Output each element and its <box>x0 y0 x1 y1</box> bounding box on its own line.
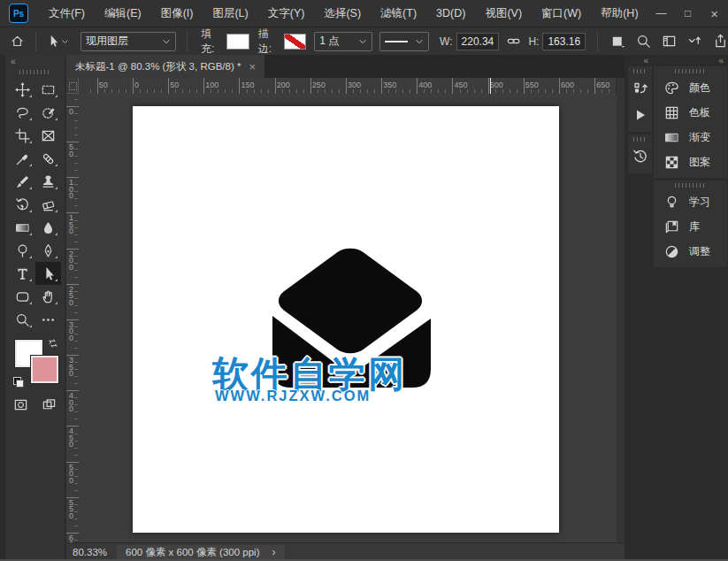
panel-tab-history[interactable] <box>628 143 652 170</box>
tool-preset-dropdown[interactable]: 现用图层 <box>80 32 176 51</box>
workspace-switcher-icon[interactable] <box>662 34 677 49</box>
minimize-button[interactable]: — <box>648 3 675 24</box>
toolbar-dock: « <box>0 55 66 559</box>
pen-tool-button[interactable] <box>35 239 61 262</box>
menubar-item-10[interactable]: 帮助(H) <box>591 0 648 27</box>
panel-tab-actions[interactable] <box>628 102 652 128</box>
stroke-width-dropdown[interactable]: 1 点 <box>314 32 372 51</box>
dock-collapse[interactable]: « <box>654 55 727 66</box>
menubar-item-2[interactable]: 图像(I) <box>151 0 203 27</box>
link-dimensions-icon[interactable] <box>507 34 520 49</box>
eraser-tool-button[interactable] <box>35 193 61 216</box>
tool-preset-chevron-icon[interactable] <box>61 37 69 46</box>
document-size-text: 600 像素 x 600 像素 (300 ppi) <box>126 546 260 559</box>
home-icon[interactable] <box>11 34 24 49</box>
default-colors-icon[interactable] <box>13 377 24 388</box>
path-selection-tool-button[interactable] <box>35 262 61 285</box>
lasso-tool-button[interactable] <box>10 101 35 124</box>
ruler-minor-tick <box>410 89 410 93</box>
fill-swatch[interactable] <box>226 34 249 50</box>
panel-tab-swatches[interactable]: 色板 <box>654 100 727 125</box>
background-color-swatch[interactable] <box>31 356 58 383</box>
menubar-item-7[interactable]: 3D(D) <box>426 0 475 27</box>
type-tool-button[interactable] <box>10 262 35 285</box>
ruler-minor-tick <box>510 89 510 93</box>
move-tool-button[interactable] <box>10 78 35 101</box>
maximize-button[interactable]: □ <box>675 3 701 24</box>
ruler-tick <box>381 78 382 94</box>
eyedropper-tool-button[interactable] <box>10 147 35 170</box>
ruler-label: 100 <box>69 180 73 200</box>
menubar-item-4[interactable]: 文字(Y) <box>258 0 315 27</box>
stroke-type-dropdown[interactable] <box>379 32 430 51</box>
close-button[interactable]: × <box>701 3 728 24</box>
panel-tab-patterns[interactable]: 图案 <box>654 150 727 174</box>
menubar-item-5[interactable]: 选择(S) <box>314 0 371 27</box>
libraries-icon <box>664 219 679 234</box>
document-info[interactable]: 600 像素 x 600 像素 (300 ppi) › <box>117 545 285 559</box>
status-chevron-icon[interactable]: › <box>272 546 276 558</box>
clone-stamp-tool-button[interactable] <box>35 170 61 193</box>
toolbar-collapse[interactable]: « <box>5 55 65 67</box>
ruler-minor-tick <box>90 89 91 93</box>
ruler-label: 200 <box>277 81 290 89</box>
canvas[interactable]: 软件自学网 WWW.RJZXW.COM <box>133 106 559 533</box>
search-icon[interactable] <box>636 34 651 49</box>
panel-tab-learn[interactable]: 学习 <box>654 189 727 214</box>
object-selection-tool-button[interactable] <box>35 101 61 124</box>
document-tab[interactable]: 未标题-1 @ 80.3% (形状 3, RGB/8) * × <box>66 55 264 78</box>
stroke-swatch[interactable] <box>284 34 306 50</box>
hand-tool-button[interactable] <box>35 285 61 308</box>
ruler-label: 50 <box>69 144 73 158</box>
ruler-minor-tick <box>531 89 532 93</box>
share-icon[interactable] <box>713 34 728 49</box>
panel-tab-layer-comps[interactable] <box>628 75 652 102</box>
ruler-minor-tick <box>580 89 581 93</box>
healing-brush-tool-button[interactable] <box>35 147 61 170</box>
scrollbar-gutter[interactable] <box>616 78 625 543</box>
zoom-tool-icon <box>15 312 30 327</box>
tab-bar: 未标题-1 @ 80.3% (形状 3, RGB/8) * × <box>66 55 625 79</box>
brush-tool-button[interactable] <box>10 170 35 193</box>
shape-tool-button[interactable] <box>10 285 35 308</box>
zoom-level-field[interactable]: 80.33% <box>73 547 111 557</box>
current-tool-icon[interactable] <box>46 34 59 49</box>
tool-row <box>5 285 65 308</box>
options-overflow-icon[interactable] <box>687 34 702 49</box>
zoom-tool-button[interactable] <box>10 308 35 331</box>
shape-width-field[interactable]: 220.34 <box>456 33 500 50</box>
ruler-minor-tick <box>104 89 105 93</box>
blur-tool-button[interactable] <box>35 216 61 239</box>
shape-layer-logo <box>133 106 559 533</box>
panel-tab-libraries[interactable]: 库 <box>654 214 727 239</box>
edit-toolbar-button[interactable] <box>35 308 61 331</box>
panel-tab-adjustments[interactable]: 调整 <box>654 239 727 264</box>
shape-mode-icon[interactable] <box>610 34 625 49</box>
quick-mask-button[interactable] <box>10 395 33 414</box>
shape-height-field[interactable]: 163.16 <box>542 33 586 50</box>
frame-tool-button[interactable] <box>35 124 61 147</box>
menubar-item-8[interactable]: 视图(V) <box>475 0 532 27</box>
menubar-item-0[interactable]: 文件(F) <box>39 0 95 27</box>
menubar-item-9[interactable]: 窗口(W) <box>532 0 591 27</box>
panel-tab-gradients[interactable]: 渐变 <box>654 125 727 150</box>
marquee-tool-button[interactable] <box>35 78 61 101</box>
screen-mode-button[interactable] <box>38 395 61 414</box>
dock-collapse[interactable]: « <box>628 55 652 66</box>
vertical-ruler[interactable]: 050100150200250300350400450500550600 <box>66 94 80 543</box>
menubar-item-6[interactable]: 滤镜(T) <box>371 0 426 27</box>
horizontal-ruler[interactable]: 5005010015020025030035040045050055060065… <box>79 78 617 95</box>
tab-close-icon[interactable]: × <box>249 61 256 73</box>
panel-tab-color[interactable]: 颜色 <box>654 75 727 100</box>
menubar-item-1[interactable]: 编辑(E) <box>95 0 151 27</box>
gradient-tool-button[interactable] <box>10 216 35 239</box>
crop-tool-button[interactable] <box>10 124 35 147</box>
history-brush-tool-button[interactable] <box>10 193 35 216</box>
swap-colors-icon[interactable] <box>48 338 58 349</box>
ruler-origin-corner[interactable] <box>66 78 79 94</box>
ruler-label: 150 <box>69 215 73 235</box>
dodge-tool-button[interactable] <box>10 239 35 262</box>
menubar-item-3[interactable]: 图层(L) <box>203 0 257 27</box>
gradient-tool-icon <box>15 220 30 235</box>
ruler-minor-tick <box>182 89 183 93</box>
